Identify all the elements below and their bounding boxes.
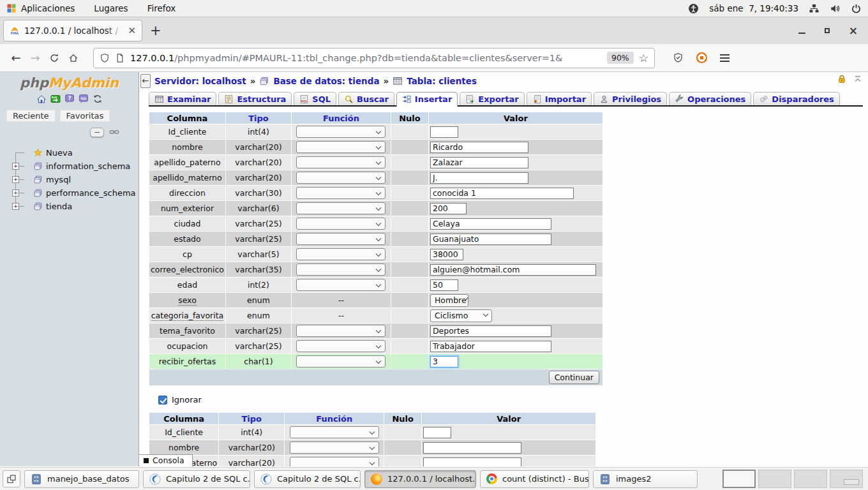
tab-close-icon[interactable]: ✕ — [128, 25, 136, 36]
menu-icon[interactable] — [720, 52, 730, 64]
recent-button[interactable]: Reciente — [6, 110, 56, 122]
tab-exportar[interactable]: Exportar — [460, 92, 524, 105]
page-info-icon[interactable] — [115, 53, 125, 63]
tree-item-label[interactable]: mysql — [46, 175, 71, 184]
tree-item-label[interactable]: tienda — [46, 202, 72, 211]
column-header[interactable]: Tipo — [219, 413, 284, 424]
menu-firefox[interactable]: Firefox — [147, 3, 176, 13]
function-select[interactable] — [296, 218, 385, 230]
tree-item-Nueva[interactable]: Nueva — [10, 146, 138, 160]
shield-icon[interactable] — [100, 53, 110, 63]
breadcrumb-database[interactable]: Base de datos: tienda — [273, 76, 379, 86]
value-input-ocupacion[interactable] — [430, 341, 551, 352]
value-input-apellido_paterno[interactable] — [430, 157, 528, 168]
tab-insertar[interactable]: Insertar — [396, 92, 458, 107]
breadcrumb-server[interactable]: Servidor: localhost — [154, 76, 246, 86]
back-button[interactable]: ← — [6, 48, 26, 68]
function-select[interactable] — [296, 202, 385, 214]
value-input-recibir_ofertas[interactable] — [430, 356, 458, 368]
value-input-Id_cliente[interactable] — [423, 427, 451, 438]
clock[interactable]: sáb ene 7, 19:40:33 — [709, 3, 798, 13]
tree-item-label[interactable]: performance_schema — [46, 188, 136, 198]
forward-button[interactable]: → — [26, 48, 45, 68]
console-bar[interactable]: Consola — [139, 454, 193, 466]
bookmark-star-icon[interactable]: ☆ — [639, 52, 648, 64]
tree-item-label[interactable]: information_schema — [46, 161, 130, 171]
value-input-apellido_paterno[interactable] — [423, 457, 521, 467]
taskbar-window-button[interactable]: Capitulo 2 de SQL c... — [143, 470, 250, 488]
accessibility-icon[interactable] — [688, 3, 699, 14]
expander-icon[interactable]: + — [12, 203, 19, 210]
favorites-button[interactable]: Favoritas — [60, 110, 110, 122]
collapse-all-button[interactable]: − — [90, 128, 104, 137]
function-select[interactable] — [296, 264, 385, 276]
menu-lugares[interactable]: Lugares — [94, 3, 128, 13]
workspace-3[interactable] — [794, 470, 827, 488]
tab-examinar[interactable]: Examinar — [149, 92, 216, 105]
function-select[interactable] — [296, 156, 385, 168]
expander-icon[interactable]: + — [12, 176, 19, 183]
collapse-top-icon[interactable] — [853, 74, 863, 84]
function-select[interactable] — [290, 426, 379, 438]
pma-logo[interactable]: phpMyAdmin — [0, 75, 138, 91]
function-select[interactable] — [296, 248, 385, 260]
value-input-direccion[interactable] — [430, 188, 574, 199]
breadcrumb-table[interactable]: Tabla: clientes — [407, 76, 477, 86]
pma-help-icon[interactable]: ? — [64, 94, 75, 104]
function-select[interactable] — [296, 355, 385, 368]
new-tab-button[interactable]: + — [150, 24, 161, 38]
value-input-nombre[interactable] — [430, 142, 528, 153]
continue-button[interactable]: Continuar — [549, 371, 599, 384]
function-select[interactable] — [296, 126, 385, 138]
function-select[interactable] — [290, 457, 379, 466]
extension-icon[interactable] — [696, 52, 707, 63]
show-desktop-button[interactable] — [3, 470, 20, 487]
url-bar[interactable]: 127.0.0.1/phpmyadmin/#PMAURL-11:tbl_chan… — [93, 48, 655, 68]
value-input-Id_cliente[interactable] — [430, 126, 458, 138]
tab-disparadores[interactable]: Disparadores — [753, 92, 839, 105]
value-input-cp[interactable] — [430, 249, 463, 260]
tab-buscar[interactable]: Buscar — [338, 92, 394, 105]
link-icon[interactable] — [109, 127, 119, 137]
value-input-ciudad[interactable] — [430, 218, 551, 230]
function-select[interactable] — [296, 279, 385, 291]
browser-tab[interactable]: PMA 127.0.0.1 / localhost / ✕ — [3, 20, 142, 41]
value-input-nombre[interactable] — [423, 442, 521, 454]
tree-item-label[interactable]: Nueva — [46, 148, 73, 158]
workspace-2[interactable] — [758, 470, 791, 488]
tab-sql[interactable]: SQLSQL — [294, 92, 336, 105]
tree-item-tienda[interactable]: +tienda — [10, 200, 138, 213]
column-header[interactable]: Función — [285, 413, 384, 424]
value-input-estado[interactable] — [430, 234, 551, 245]
function-select[interactable] — [290, 442, 379, 454]
tab-operaciones[interactable]: Operaciones — [669, 92, 751, 105]
tab-importar[interactable]: Importar — [527, 92, 592, 105]
function-select[interactable] — [296, 141, 385, 153]
maximize-icon[interactable] — [825, 28, 830, 33]
taskbar-window-button[interactable]: manejo_base_datos — [24, 470, 139, 488]
function-select[interactable] — [296, 187, 385, 199]
function-select[interactable] — [296, 233, 385, 245]
value-input-edad[interactable] — [430, 279, 458, 291]
taskbar-window-button[interactable]: images2 — [593, 470, 698, 488]
value-select-sexo[interactable]: Hombre — [430, 294, 468, 307]
zoom-badge[interactable]: 90% — [607, 52, 634, 64]
column-header[interactable]: Función — [292, 112, 391, 124]
function-select[interactable] — [296, 340, 385, 352]
pma-logout-icon[interactable]: Exit — [50, 94, 61, 104]
value-input-num_exterior[interactable] — [430, 203, 467, 214]
column-header[interactable]: Tipo — [226, 112, 291, 124]
value-input-correo_electronico[interactable] — [430, 264, 596, 276]
home-button[interactable] — [64, 48, 83, 68]
expander-icon[interactable]: + — [12, 189, 19, 197]
expander-icon[interactable]: + — [12, 163, 19, 170]
volume-icon[interactable] — [830, 3, 841, 14]
value-select-categoria_favorita[interactable]: Ciclismo — [430, 309, 492, 322]
tree-item-information_schema[interactable]: +information_schema — [10, 160, 138, 173]
minimize-icon[interactable] — [798, 33, 805, 34]
taskbar-window-button[interactable]: count (distinct) - Bus... — [480, 470, 589, 488]
workspace-1[interactable] — [722, 470, 756, 488]
taskbar-window-button[interactable]: Capitulo 2 de SQL c... — [254, 470, 361, 488]
function-select[interactable] — [296, 172, 385, 184]
url-text[interactable]: 127.0.0.1/phpmyadmin/#PMAURL-11:tbl_chan… — [130, 53, 602, 63]
